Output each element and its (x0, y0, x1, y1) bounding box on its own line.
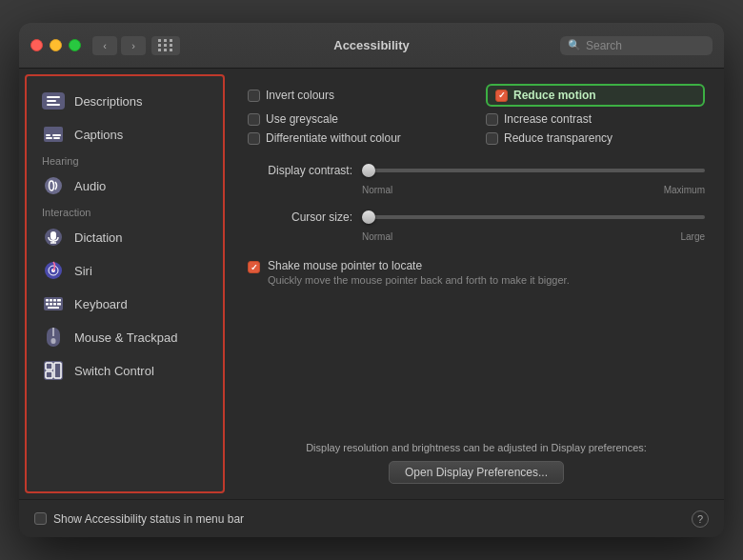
mouse-icon (42, 326, 65, 349)
grid-icon (158, 39, 173, 51)
sidebar-item-mouse-trackpad[interactable]: Mouse & Trackpad (30, 321, 219, 353)
use-greyscale-row[interactable]: Use greyscale (248, 112, 467, 126)
content-area: Descriptions Captions Hearing (19, 69, 724, 499)
sidebar-item-audio[interactable]: Audio (30, 170, 219, 202)
sidebar-item-switch-control[interactable]: Switch Control (30, 354, 219, 387)
accessibility-window: ‹ › Accessibility 🔍 Search (19, 23, 724, 537)
svg-rect-15 (46, 299, 49, 302)
shake-checkbox[interactable] (248, 261, 260, 273)
search-placeholder: Search (586, 39, 622, 52)
cursor-size-label: Cursor size: (248, 210, 352, 224)
cursor-size-min-label: Normal (362, 231, 392, 242)
shake-description: Quickly move the mouse pointer back and … (268, 274, 570, 286)
reduce-motion-row[interactable]: Reduce motion (486, 84, 705, 107)
invert-colours-label: Invert colours (266, 89, 334, 102)
svg-rect-4 (53, 137, 60, 139)
options-grid: Invert colours Reduce motion Use greysca… (248, 84, 705, 145)
titlebar: ‹ › Accessibility 🔍 Search (19, 23, 724, 69)
cursor-size-section: Cursor size: Normal Large (248, 210, 705, 242)
sidebar-item-label: Dictation (74, 230, 123, 245)
open-display-preferences-button[interactable]: Open Display Preferences... (389, 461, 564, 484)
search-box[interactable]: 🔍 Search (560, 36, 713, 55)
use-greyscale-label: Use greyscale (266, 112, 338, 126)
display-contrast-label: Display contrast: (248, 164, 352, 177)
svg-rect-16 (50, 299, 52, 302)
sidebar-item-label: Siri (74, 264, 92, 278)
grid-button[interactable] (151, 36, 180, 55)
maximize-button[interactable] (69, 39, 81, 51)
increase-contrast-checkbox[interactable] (486, 113, 498, 126)
forward-button[interactable]: › (121, 36, 146, 55)
svg-rect-1 (46, 134, 50, 136)
invert-colours-checkbox[interactable] (248, 90, 260, 102)
minimize-button[interactable] (50, 39, 62, 51)
keyboard-icon (42, 292, 65, 315)
cursor-size-max-label: Large (680, 231, 705, 242)
svg-rect-17 (53, 299, 56, 302)
main-panel: Invert colours Reduce motion Use greysca… (229, 69, 724, 499)
cursor-size-track[interactable] (362, 215, 705, 219)
svg-rect-21 (53, 303, 56, 306)
traffic-lights (30, 39, 81, 51)
help-button[interactable]: ? (692, 510, 709, 528)
close-button[interactable] (30, 39, 43, 51)
sidebar-item-siri[interactable]: Siri (30, 254, 219, 287)
audio-icon (42, 174, 65, 197)
use-greyscale-checkbox[interactable] (248, 113, 260, 126)
switch-icon (42, 359, 65, 382)
svg-rect-27 (44, 361, 63, 380)
show-status-checkbox[interactable] (34, 512, 47, 525)
dictation-icon (42, 226, 65, 249)
hearing-section-label: Hearing (27, 151, 223, 169)
increase-contrast-row[interactable]: Increase contrast (486, 112, 705, 126)
window-title: Accessibility (333, 38, 410, 52)
cursor-size-scale-labels: Normal Large (248, 231, 705, 242)
sidebar-item-dictation[interactable]: Dictation (30, 221, 219, 253)
display-contrast-scale-labels: Normal Maximum (248, 185, 705, 195)
reduce-motion-label: Reduce motion (513, 89, 596, 102)
svg-rect-8 (50, 231, 56, 240)
interaction-section-label: Interaction (27, 203, 223, 220)
sidebar: Descriptions Captions Hearing (25, 74, 225, 493)
back-button[interactable]: ‹ (92, 36, 117, 55)
shake-label: Shake mouse pointer to locate (268, 259, 570, 272)
svg-rect-3 (52, 134, 61, 136)
descriptions-icon (42, 90, 65, 112)
invert-colours-row[interactable]: Invert colours (248, 84, 467, 107)
sidebar-item-keyboard[interactable]: Keyboard (30, 288, 219, 320)
cursor-size-thumb[interactable] (362, 210, 375, 224)
search-icon: 🔍 (568, 39, 581, 51)
display-note: Display resolution and brightness can be… (248, 442, 705, 453)
sidebar-item-label: Descriptions (74, 94, 143, 109)
siri-icon (42, 259, 65, 282)
reduce-transparency-row[interactable]: Reduce transparency (486, 131, 705, 145)
svg-rect-22 (57, 303, 61, 306)
svg-rect-2 (46, 137, 52, 139)
cursor-size-row: Cursor size: (248, 210, 705, 224)
sidebar-item-label: Mouse & Trackpad (74, 330, 177, 345)
display-contrast-max-label: Maximum (664, 185, 705, 195)
show-status-label: Show Accessibility status in menu bar (53, 512, 244, 526)
sidebar-item-label: Audio (74, 179, 106, 193)
svg-rect-19 (46, 303, 49, 306)
reduce-transparency-checkbox[interactable] (486, 132, 498, 145)
svg-rect-20 (50, 303, 52, 306)
differentiate-row[interactable]: Differentiate without colour (248, 131, 467, 145)
shake-text: Shake mouse pointer to locate Quickly mo… (268, 259, 570, 286)
sidebar-item-descriptions[interactable]: Descriptions (30, 85, 219, 117)
display-contrast-track[interactable] (362, 169, 705, 172)
display-contrast-thumb[interactable] (362, 164, 375, 177)
captions-icon (42, 123, 65, 146)
bottom-bar: Show Accessibility status in menu bar ? (19, 499, 724, 537)
display-contrast-row: Display contrast: (248, 164, 705, 177)
show-status-row: Show Accessibility status in menu bar (34, 512, 244, 526)
increase-contrast-label: Increase contrast (504, 112, 592, 126)
display-contrast-section: Display contrast: Normal Maximum (248, 164, 705, 195)
sidebar-item-captions[interactable]: Captions (30, 118, 219, 150)
svg-rect-23 (48, 307, 59, 309)
svg-rect-18 (57, 299, 61, 302)
reduce-transparency-label: Reduce transparency (504, 131, 612, 145)
differentiate-checkbox[interactable] (248, 132, 260, 145)
reduce-motion-checkbox[interactable] (495, 90, 508, 102)
differentiate-label: Differentiate without colour (266, 131, 401, 145)
